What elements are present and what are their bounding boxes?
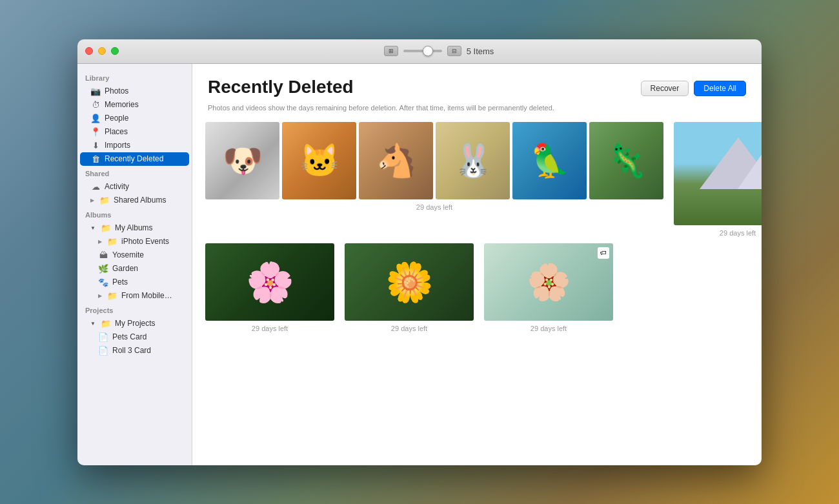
photo-item-cat[interactable] bbox=[282, 122, 356, 199]
photo-item-parrot[interactable] bbox=[512, 122, 587, 199]
photo-item-rabbit[interactable] bbox=[436, 122, 510, 199]
sidebar-item-places[interactable]: 📍 Places bbox=[80, 125, 189, 139]
sidebar-label-my-albums: My Albums bbox=[115, 223, 153, 232]
photo-rabbit-thumb[interactable] bbox=[436, 122, 510, 199]
places-icon: 📍 bbox=[90, 127, 101, 137]
sidebar-item-memories[interactable]: ⏱ Memories bbox=[80, 98, 189, 112]
sidebar-label-activity: Activity bbox=[105, 182, 129, 191]
iphoto-triangle: ▶ bbox=[98, 239, 102, 245]
photo-item-horse[interactable] bbox=[359, 122, 433, 199]
photo-cat-thumb[interactable] bbox=[282, 122, 356, 199]
sidebar-item-garden[interactable]: 🌿 Garden bbox=[80, 262, 189, 276]
library-header: Library bbox=[77, 70, 192, 85]
pets-card-icon: 📄 bbox=[98, 332, 108, 342]
from-mobile-triangle: ▶ bbox=[98, 293, 102, 299]
sidebar-item-imports[interactable]: ⬇ Imports bbox=[80, 139, 189, 152]
photo-dog-thumb[interactable] bbox=[205, 122, 279, 199]
my-albums-triangle: ▼ bbox=[90, 225, 96, 231]
photo-item-mountain[interactable] bbox=[674, 122, 762, 225]
header-buttons: Recover Delete All bbox=[641, 81, 746, 96]
people-icon: 👤 bbox=[90, 114, 101, 123]
sidebar-label-iphoto-events: iPhoto Events bbox=[121, 237, 169, 246]
sidebar-item-my-projects[interactable]: ▼ 📁 My Projects bbox=[80, 317, 189, 330]
animals-group-label: 29 days left bbox=[205, 203, 663, 211]
mountain-group-label: 29 days left bbox=[674, 229, 762, 237]
my-albums-icon: 📁 bbox=[101, 223, 111, 233]
titlebar: ⊞ ⊟ 5 Items bbox=[77, 39, 762, 64]
zoom-slider[interactable] bbox=[403, 50, 442, 52]
close-button[interactable] bbox=[85, 47, 93, 55]
sidebar-toggle[interactable]: ⊞ bbox=[384, 46, 398, 56]
tag-icon: 🏷 bbox=[598, 247, 609, 259]
sidebar: Library 📷 Photos ⏱ Memories 👤 People 📍 P… bbox=[77, 64, 192, 465]
sidebar-label-my-projects: My Projects bbox=[115, 319, 156, 328]
roll3-card-icon: 📄 bbox=[98, 346, 108, 356]
photos-icon: 📷 bbox=[90, 86, 101, 96]
photo-violet-thumb[interactable]: 🏷 bbox=[484, 243, 613, 321]
projects-header: Projects bbox=[77, 303, 192, 317]
maximize-button[interactable] bbox=[111, 47, 119, 55]
delete-all-button[interactable]: Delete All bbox=[694, 81, 746, 96]
pets-icon: 🐾 bbox=[98, 277, 108, 287]
photo-item-flower2[interactable] bbox=[345, 243, 474, 321]
titlebar-center: ⊞ ⊟ 5 Items bbox=[124, 46, 754, 56]
sidebar-item-roll3-card[interactable]: 📄 Roll 3 Card bbox=[80, 344, 189, 358]
photo-grid: 29 days left 29 days left bbox=[192, 122, 762, 345]
content-title: Recently Deleted bbox=[208, 77, 354, 97]
sidebar-item-recently-deleted[interactable]: 🗑 Recently Deleted bbox=[80, 152, 189, 166]
my-projects-triangle: ▼ bbox=[90, 321, 96, 327]
photo-item-flower1[interactable] bbox=[205, 243, 334, 321]
minimize-button[interactable] bbox=[98, 47, 106, 55]
sidebar-icon[interactable]: ⊞ bbox=[384, 46, 398, 56]
from-mobile-icon: 📁 bbox=[107, 291, 117, 301]
photo-flower2-thumb[interactable] bbox=[345, 243, 474, 321]
sidebar-label-memories: Memories bbox=[105, 100, 139, 109]
window-title: 5 Items bbox=[467, 46, 494, 56]
activity-icon: ☁ bbox=[90, 182, 101, 192]
photo-iguana-thumb[interactable] bbox=[589, 122, 663, 199]
violet-group: 🏷 29 days left bbox=[484, 243, 613, 332]
sidebar-item-yosemite[interactable]: 🏔 Yosemite bbox=[80, 248, 189, 262]
grid-icon[interactable]: ⊟ bbox=[447, 46, 461, 56]
garden-icon: 🌿 bbox=[98, 264, 108, 274]
photo-item-dog[interactable] bbox=[205, 122, 279, 199]
flower1-group: 29 days left bbox=[205, 243, 334, 332]
my-projects-icon: 📁 bbox=[101, 319, 111, 328]
sidebar-label-pets: Pets bbox=[112, 277, 128, 287]
animals-group: 29 days left bbox=[205, 122, 663, 211]
animals-row bbox=[205, 122, 663, 199]
sidebar-item-iphoto-events[interactable]: ▶ 📁 iPhoto Events bbox=[80, 235, 189, 248]
sidebar-item-my-albums[interactable]: ▼ 📁 My Albums bbox=[80, 221, 189, 235]
sidebar-label-places: Places bbox=[105, 127, 128, 136]
flower2-label: 29 days left bbox=[345, 325, 474, 332]
sidebar-label-recently-deleted: Recently Deleted bbox=[105, 154, 163, 163]
photo-flower1-thumb[interactable] bbox=[205, 243, 334, 321]
albums-header: Albums bbox=[77, 207, 192, 221]
sidebar-label-pets-card: Pets Card bbox=[112, 332, 147, 341]
sidebar-label-yosemite: Yosemite bbox=[112, 250, 144, 259]
shared-header: Shared bbox=[77, 166, 192, 180]
sidebar-item-shared-albums[interactable]: ▶ 📁 Shared Albums bbox=[80, 194, 189, 207]
imports-icon: ⬇ bbox=[90, 141, 101, 150]
photo-parrot-thumb[interactable] bbox=[512, 122, 587, 199]
sidebar-label-garden: Garden bbox=[112, 264, 138, 273]
sidebar-item-people[interactable]: 👤 People bbox=[80, 112, 189, 125]
violet-label: 29 days left bbox=[484, 325, 613, 332]
flower2-group: 29 days left bbox=[345, 243, 474, 332]
photo-mountain-thumb[interactable] bbox=[674, 122, 762, 225]
sidebar-item-pets-card[interactable]: 📄 Pets Card bbox=[80, 330, 189, 344]
shared-albums-icon: 📁 bbox=[99, 196, 110, 205]
mountain-group: 29 days left bbox=[674, 122, 762, 237]
photo-item-iguana[interactable] bbox=[589, 122, 663, 199]
photo-item-violet[interactable]: 🏷 bbox=[484, 243, 613, 321]
sidebar-item-pets[interactable]: 🐾 Pets bbox=[80, 276, 189, 289]
content-header: Recently Deleted Recover Delete All bbox=[192, 64, 762, 104]
sidebar-item-photos[interactable]: 📷 Photos bbox=[80, 85, 189, 98]
sidebar-label-photos: Photos bbox=[105, 86, 128, 96]
recover-button[interactable]: Recover bbox=[641, 81, 689, 96]
sidebar-item-from-mobile[interactable]: ▶ 📁 From Mobile… bbox=[80, 289, 189, 303]
photo-horse-thumb[interactable] bbox=[359, 122, 433, 199]
sidebar-item-activity[interactable]: ☁ Activity bbox=[80, 180, 189, 194]
sidebar-label-shared-albums: Shared Albums bbox=[114, 196, 166, 205]
main-content: Recently Deleted Recover Delete All Phot… bbox=[192, 64, 762, 465]
